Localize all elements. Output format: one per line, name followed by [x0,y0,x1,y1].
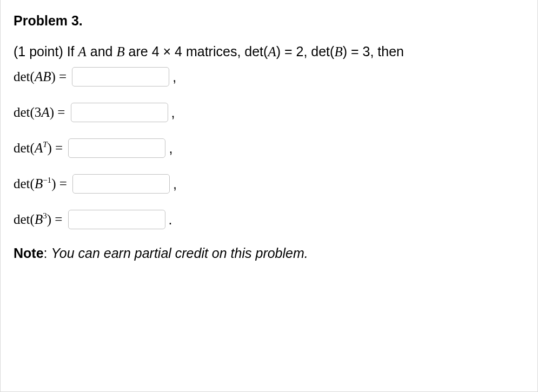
det-var: B [35,212,43,227]
row-det-AT: det(AT) = , [14,138,524,158]
det-var: B [35,176,43,191]
trail-comma: , [172,69,176,85]
trail-comma: , [173,176,177,192]
label-det-Binv: det(B−1) = [14,176,70,191]
detB-var: B [334,44,342,59]
row-det-Binv: det(B−1) = , [14,174,524,194]
trail-comma: , [169,141,172,156]
problem-title: Problem 3. [14,13,524,29]
det-var: A [35,141,43,155]
answer-det-Binv[interactable] [72,174,170,194]
problem-prompt: (1 point) If A and B are 4 × 4 matrices,… [14,44,524,59]
prompt-are: are 4 × 4 matrices, [125,44,245,59]
det-sup: 3 [43,211,47,220]
detA-close: ) = 2, [276,44,311,59]
note-text: You can earn partial credit on this prob… [51,245,308,261]
row-det-3A: det(3A) = , [14,103,524,122]
detB-close: ) = 3, then [343,44,404,59]
answer-det-AB[interactable] [72,67,169,87]
answer-det-AT[interactable] [68,138,165,158]
trail-period: . [169,212,172,228]
label-det-B3: det(B3) = [14,212,66,227]
prompt-text: (1 point) If [14,44,78,59]
note-label: Note [14,245,44,261]
var-A: A [78,44,87,59]
prompt-and: and [87,44,117,59]
note-line: Note: You can earn partial credit on thi… [14,245,524,261]
detA-var: A [268,44,276,59]
answer-det-3A[interactable] [71,103,168,122]
det-sup: T [43,140,47,149]
label-det-AT: det(AT) = [14,141,66,156]
note-colon: : [44,245,51,261]
det-sup: −1 [43,176,51,184]
det-open: det(3 [14,105,41,119]
label-det-3A: det(3A) = [14,105,69,120]
detB-open: det( [311,44,334,59]
det-close: ) = [50,105,69,119]
var-B: B [116,44,124,59]
det-close: ) = [51,176,70,191]
problem-container: Problem 3. (1 point) If A and B are 4 × … [0,0,538,392]
det-var: A [41,105,49,119]
det-close: ) = [51,69,70,84]
trail-comma: , [171,105,175,121]
det-open: det( [14,212,35,227]
det-open: det( [14,176,35,191]
det-open: det( [14,141,35,155]
label-det-AB: det(AB) = [14,69,70,84]
det-var: AB [35,69,51,84]
row-det-B3: det(B3) = . [14,210,524,229]
det-close: ) = [48,141,67,155]
answer-det-B3[interactable] [68,210,165,229]
det-open: det( [14,69,35,84]
det-close: ) = [47,212,66,227]
row-det-AB: det(AB) = , [14,67,524,87]
detA-open: det( [244,44,268,59]
